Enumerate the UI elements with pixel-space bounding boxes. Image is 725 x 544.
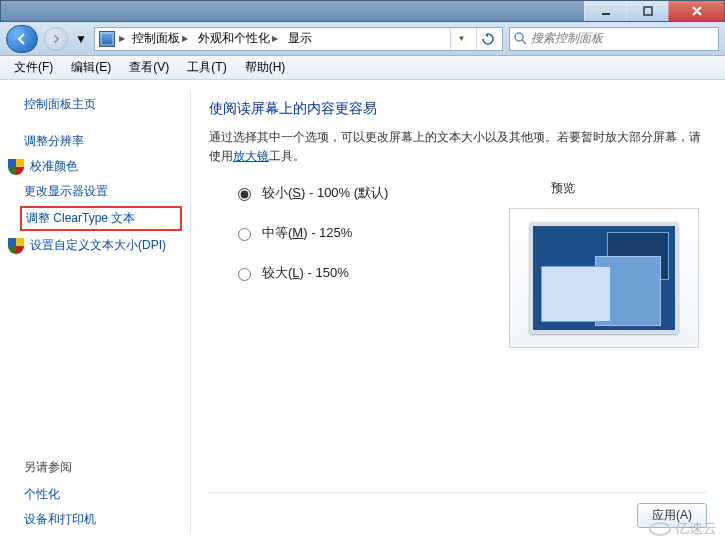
content-pane: 使阅读屏幕上的内容更容易 通过选择其中一个选项，可以更改屏幕上的文本大小以及其他…: [191, 80, 725, 544]
nav-forward-button[interactable]: [44, 27, 68, 51]
window-close-button[interactable]: [668, 1, 724, 21]
search-icon: [514, 32, 527, 45]
magnifier-link[interactable]: 放大镜: [233, 149, 269, 163]
search-input[interactable]: 搜索控制面板: [509, 27, 719, 51]
see-also-devices-printers[interactable]: 设备和打印机: [24, 511, 96, 528]
chevron-right-icon: ▶: [119, 34, 125, 43]
watermark: 亿速云: [649, 520, 717, 538]
menu-view[interactable]: 查看(V): [121, 56, 177, 79]
breadcrumb[interactable]: 外观和个性化 ▶: [195, 28, 281, 49]
menu-bar: 文件(F) 编辑(E) 查看(V) 工具(T) 帮助(H): [0, 56, 725, 80]
navigation-bar: ▼ ▶ 控制面板 ▶ 外观和个性化 ▶ 显示 ▼ 搜索控制面板: [0, 22, 725, 56]
page-description: 通过选择其中一个选项，可以更改屏幕上的文本大小以及其他项。若要暂时放大部分屏幕，…: [209, 128, 707, 166]
control-panel-icon: [99, 31, 115, 47]
radio-larger[interactable]: [238, 268, 251, 281]
chevron-right-icon: ▶: [272, 34, 278, 43]
svg-line-3: [522, 40, 526, 44]
radio-smaller[interactable]: [238, 188, 251, 201]
nav-back-button[interactable]: [6, 25, 38, 53]
menu-edit[interactable]: 编辑(E): [63, 56, 119, 79]
address-bar[interactable]: ▶ 控制面板 ▶ 外观和个性化 ▶ 显示 ▼: [94, 27, 503, 51]
window-minimize-button[interactable]: [584, 1, 626, 21]
search-placeholder: 搜索控制面板: [531, 30, 603, 47]
monitor-icon: [529, 222, 679, 334]
preview-image: [509, 208, 699, 348]
separator: [209, 492, 707, 493]
preview-label: 预览: [551, 180, 575, 197]
sidebar-home-link[interactable]: 控制面板主页: [24, 96, 96, 113]
breadcrumb[interactable]: 显示: [285, 28, 315, 49]
sidebar-item-calibrate-color[interactable]: 校准颜色: [30, 158, 78, 175]
shield-icon: [8, 159, 24, 175]
menu-file[interactable]: 文件(F): [6, 56, 61, 79]
svg-rect-1: [644, 7, 652, 15]
window-titlebar: [0, 0, 725, 22]
size-option-smaller[interactable]: 较小(S) - 100% (默认): [233, 184, 707, 202]
watermark-icon: [649, 522, 671, 536]
shield-icon: [8, 238, 24, 254]
menu-tools[interactable]: 工具(T): [179, 56, 234, 79]
chevron-right-icon: ▶: [182, 34, 188, 43]
see-also-heading: 另请参阅: [0, 459, 190, 482]
address-dropdown-button[interactable]: ▼: [450, 28, 472, 50]
page-title: 使阅读屏幕上的内容更容易: [209, 100, 707, 118]
svg-point-2: [515, 33, 523, 41]
menu-help[interactable]: 帮助(H): [237, 56, 294, 79]
refresh-button[interactable]: [476, 28, 498, 50]
sidebar-item-display-settings[interactable]: 更改显示器设置: [24, 183, 108, 200]
breadcrumb[interactable]: 控制面板 ▶: [129, 28, 191, 49]
sidebar-item-highlighted: 调整 ClearType 文本: [20, 206, 182, 231]
sidebar-item-cleartype[interactable]: 调整 ClearType 文本: [26, 211, 135, 225]
window-maximize-button[interactable]: [626, 1, 668, 21]
svg-rect-0: [602, 13, 610, 15]
sidebar-item-custom-dpi[interactable]: 设置自定义文本大小(DPI): [30, 237, 166, 254]
sidebar: 控制面板主页 调整分辨率 校准颜色 更改显示器设置 调整 ClearType 文…: [0, 80, 190, 544]
nav-history-dropdown[interactable]: ▼: [74, 25, 88, 53]
see-also-personalization[interactable]: 个性化: [24, 486, 60, 503]
sidebar-item-resolution[interactable]: 调整分辨率: [24, 133, 84, 150]
radio-medium[interactable]: [238, 228, 251, 241]
